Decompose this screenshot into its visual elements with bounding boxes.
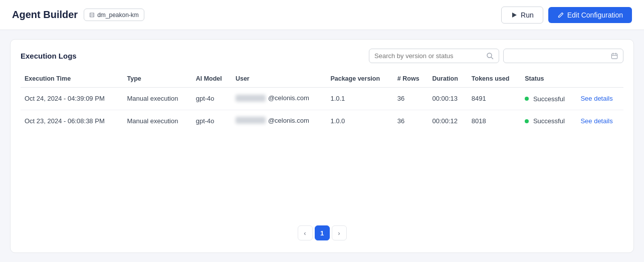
status-label: Successful — [533, 117, 565, 125]
pagination-prev[interactable]: ‹ — [298, 225, 313, 240]
run-button[interactable]: Run — [501, 7, 543, 24]
cell-user: @celonis.com — [232, 88, 327, 110]
see-details-link[interactable]: See details — [580, 95, 612, 102]
col-ai-model: AI Model — [192, 71, 232, 88]
table-header-row: Execution Time Type AI Model User Packag… — [21, 71, 623, 88]
col-action — [576, 71, 623, 88]
cell-action[interactable]: See details — [576, 88, 623, 110]
cell-type: Manual execution — [123, 88, 191, 110]
cell-package-version: 1.0.0 — [326, 110, 393, 132]
user-domain: @celonis.com — [268, 117, 309, 124]
svg-marker-0 — [512, 13, 517, 18]
cell-tokens-used: 8491 — [468, 88, 521, 110]
card-title: Execution Logs — [21, 52, 77, 60]
user-domain: @celonis.com — [268, 94, 309, 102]
cell-status: Successful — [521, 110, 576, 132]
col-type: Type — [123, 71, 191, 88]
col-rows: # Rows — [393, 71, 428, 88]
header: Agent Builder ⊟ dm_peakon-km Run Edit Co… — [0, 0, 644, 30]
edit-configuration-button[interactable]: Edit Configuration — [548, 7, 632, 23]
date-picker-box[interactable] — [503, 49, 623, 63]
card-controls — [369, 49, 623, 63]
table-row: Oct 24, 2024 - 04:39:09 PM Manual execut… — [21, 88, 623, 110]
cell-duration: 00:00:12 — [428, 110, 467, 132]
app-title: Agent Builder — [12, 9, 78, 21]
execution-logs-table: Execution Time Type AI Model User Packag… — [21, 71, 623, 215]
col-tokens-used: Tokens used — [468, 71, 521, 88]
cell-package-version: 1.0.1 — [326, 88, 393, 110]
col-package-version: Package version — [326, 71, 393, 88]
header-right: Run Edit Configuration — [501, 7, 632, 24]
cell-duration: 00:00:13 — [428, 88, 467, 110]
badge-label: dm_peakon-km — [97, 12, 139, 19]
table-row: Oct 23, 2024 - 06:08:38 PM Manual execut… — [21, 110, 623, 132]
date-input[interactable] — [509, 52, 611, 60]
pagination-next[interactable]: › — [332, 225, 347, 240]
user-blur-box — [236, 117, 266, 124]
execution-logs-card: Execution Logs — [10, 39, 634, 253]
cell-user: @celonis.com — [232, 110, 327, 132]
cell-status: Successful — [521, 88, 576, 110]
calendar-icon — [611, 52, 618, 60]
pagination-page-1[interactable]: 1 — [315, 225, 330, 240]
play-icon — [511, 12, 518, 19]
edit-icon — [557, 12, 564, 19]
status-dot — [525, 97, 529, 101]
see-details-link[interactable]: See details — [580, 117, 612, 125]
search-input[interactable] — [374, 52, 483, 60]
badge-icon: ⊟ — [89, 11, 95, 19]
cell-action[interactable]: See details — [576, 110, 623, 132]
user-blur-box — [236, 95, 266, 102]
cell-tokens-used: 8018 — [468, 110, 521, 132]
cell-ai-model: gpt-4o — [192, 88, 232, 110]
cell-rows: 36 — [393, 110, 428, 132]
cell-execution-time: Oct 23, 2024 - 06:08:38 PM — [21, 110, 123, 132]
cell-ai-model: gpt-4o — [192, 110, 232, 132]
main-content: Execution Logs — [0, 30, 644, 262]
svg-line-2 — [491, 57, 493, 59]
cell-rows: 36 — [393, 88, 428, 110]
svg-rect-3 — [611, 54, 617, 59]
pagination: ‹ 1 › — [21, 225, 623, 242]
col-duration: Duration — [428, 71, 467, 88]
agent-badge: ⊟ dm_peakon-km — [84, 9, 144, 21]
status-label: Successful — [533, 95, 565, 103]
col-execution-time: Execution Time — [21, 71, 123, 88]
search-icon — [486, 52, 494, 60]
status-dot — [525, 119, 529, 123]
card-header: Execution Logs — [21, 49, 623, 63]
col-status: Status — [521, 71, 576, 88]
search-box[interactable] — [369, 49, 499, 63]
header-left: Agent Builder ⊟ dm_peakon-km — [12, 9, 144, 21]
col-user: User — [232, 71, 327, 88]
cell-execution-time: Oct 24, 2024 - 04:39:09 PM — [21, 88, 123, 110]
cell-type: Manual execution — [123, 110, 191, 132]
